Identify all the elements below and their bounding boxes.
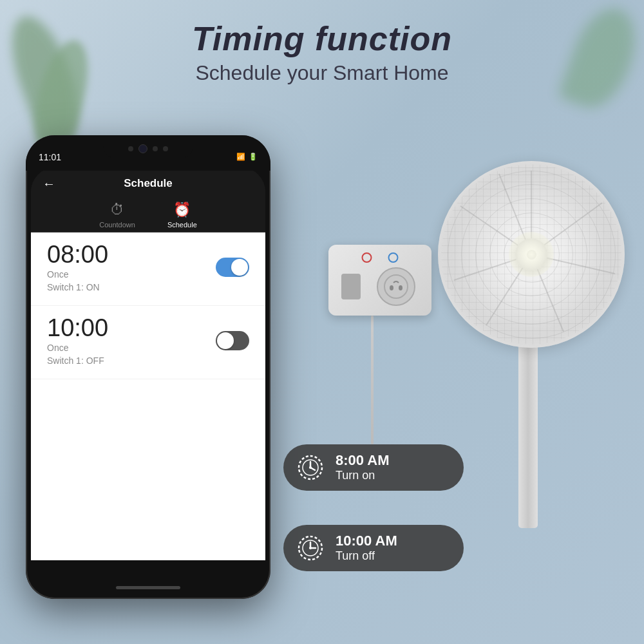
fan-head — [438, 161, 625, 348]
tab-countdown-label: Countdown — [99, 221, 135, 229]
wifi-icon: 📶 — [236, 153, 245, 161]
camera-dot-2 — [153, 146, 158, 151]
camera-dot-3 — [163, 146, 168, 151]
toggle-1[interactable] — [216, 258, 249, 277]
switch-info-2: Switch 1: OFF — [47, 355, 108, 366]
status-time: 11:01 — [39, 152, 61, 162]
clock-svg-1 — [296, 453, 325, 482]
status-icons: 📶 🔋 — [236, 153, 258, 161]
header: Timing function Schedule your Smart Home — [0, 19, 644, 85]
notification-turn-off: 10:00 AM Turn off — [283, 525, 464, 571]
fan-light — [509, 232, 554, 277]
socket-svg — [383, 274, 409, 299]
svg-point-8 — [384, 275, 408, 298]
tab-countdown[interactable]: ⏱ Countdown — [99, 202, 135, 229]
smart-plug — [328, 245, 431, 316]
svg-point-9 — [390, 285, 393, 290]
schedule-time-2: 10:00 Once Switch 1: OFF — [47, 316, 108, 366]
camera-main — [138, 144, 147, 153]
schedule-item-2: 10:00 Once Switch 1: OFF — [31, 306, 265, 379]
app-header: ← Schedule — [31, 167, 265, 196]
plug-indicators — [362, 252, 399, 263]
schedule-icon: ⏰ — [173, 202, 191, 218]
pill-action-1: Turn on — [336, 469, 390, 482]
clock-svg-2 — [296, 534, 325, 562]
app-content: 08:00 Once Switch 1: ON 10:00 — [31, 232, 265, 560]
phone-home-bar — [116, 586, 180, 589]
schedule-row-1: 08:00 Once Switch 1: ON — [47, 242, 249, 292]
fan-container — [438, 161, 625, 348]
indicator-blue — [388, 252, 399, 263]
indicator-red — [362, 252, 372, 263]
pill-action-2: Turn off — [336, 549, 397, 563]
phone-body: 11:01 📶 🔋 ← Schedule ⏱ Countdown ⏰ — [26, 135, 270, 599]
svg-point-20 — [309, 547, 312, 549]
freq-2: Once — [47, 343, 108, 353]
clock-icon-1 — [295, 452, 326, 483]
pill-time-2: 10:00 AM — [336, 533, 397, 549]
countdown-icon: ⏱ — [110, 202, 124, 218]
tab-bar: ⏱ Countdown ⏰ Schedule — [31, 196, 265, 232]
schedule-row-2: 10:00 Once Switch 1: OFF — [47, 316, 249, 366]
plug-body — [328, 245, 431, 316]
svg-point-10 — [399, 285, 402, 290]
schedule-time-1: 08:00 Once Switch 1: ON — [47, 242, 108, 292]
toggle-knob-2 — [217, 332, 234, 349]
page-subtitle: Schedule your Smart Home — [0, 61, 644, 85]
phone: 11:01 📶 🔋 ← Schedule ⏱ Countdown ⏰ — [26, 135, 270, 599]
toggle-knob-1 — [231, 259, 248, 276]
switch-info-1: Switch 1: ON — [47, 282, 108, 292]
battery-icon: 🔋 — [249, 153, 258, 161]
schedule-item-1: 08:00 Once Switch 1: ON — [31, 232, 265, 306]
tab-schedule-label: Schedule — [167, 221, 197, 229]
power-cord — [371, 316, 374, 444]
freq-1: Once — [47, 269, 108, 279]
camera-dot-1 — [128, 146, 133, 151]
page-title: Timing function — [0, 19, 644, 58]
app-title: Schedule — [124, 177, 173, 190]
plug-socket — [377, 267, 415, 306]
tab-schedule[interactable]: ⏰ Schedule — [167, 202, 197, 229]
phone-screen: ← Schedule ⏱ Countdown ⏰ Schedule — [31, 167, 265, 560]
clock-icon-2 — [295, 533, 326, 564]
camera-area — [128, 144, 168, 153]
toggle-2[interactable] — [216, 331, 249, 350]
svg-point-15 — [309, 466, 312, 469]
pill-text-1: 8:00 AM Turn on — [336, 453, 390, 482]
time-display-2: 10:00 — [47, 316, 108, 340]
pill-text-2: 10:00 AM Turn off — [336, 533, 397, 562]
pill-time-1: 8:00 AM — [336, 453, 390, 468]
time-display-1: 08:00 — [47, 242, 108, 267]
notification-turn-on: 8:00 AM Turn on — [283, 444, 464, 491]
plug-usb-port — [341, 274, 361, 299]
back-button[interactable]: ← — [43, 176, 55, 191]
